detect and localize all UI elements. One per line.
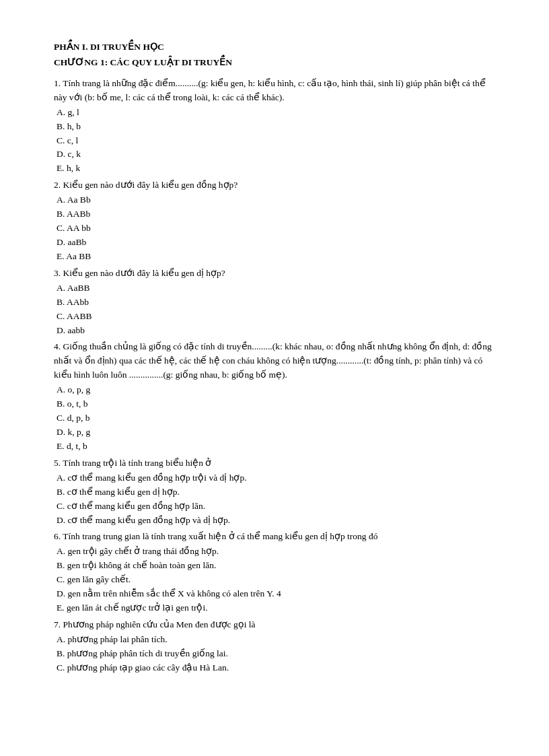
question-text-1: 1. Tính trang là những đặc điểm.........… — [54, 77, 495, 105]
question-text-4: 4. Giống thuần chủng là giống có đặc tín… — [54, 340, 495, 382]
answer-5-0: A. cơ thể mang kiểu gen đồng hợp trội và… — [57, 471, 495, 485]
answer-4-2: C. d, p, b — [57, 411, 495, 425]
answer-4-0: A. o, p, g — [57, 383, 495, 397]
question-7: 7. Phương pháp nghiên cứu của Men đen đư… — [54, 618, 495, 675]
question-2: 2. Kiểu gen nào dưới đây là kiểu gen đồn… — [54, 178, 495, 264]
answer-5-2: C. cơ thể mang kiểu gen đồng hợp lăn. — [57, 500, 495, 514]
question-1: 1. Tính trang là những đặc điểm.........… — [54, 77, 495, 176]
answer-1-3: D. c, k — [57, 147, 495, 162]
question-text-5: 5. Tính trang trội là tính trang biểu hi… — [54, 456, 495, 471]
answer-7-0: A. phương pháp lai phân tích. — [57, 633, 495, 647]
answer-2-0: A. Aa Bb — [57, 193, 495, 207]
question-text-6: 6. Tính trang trung gian là tính trang x… — [54, 530, 495, 544]
answer-2-3: D. aaBb — [57, 236, 495, 250]
answer-2-2: C. AA bb — [57, 221, 495, 236]
answer-3-1: B. AAbb — [57, 296, 495, 310]
answer-4-4: E. d, t, b — [57, 440, 495, 454]
question-6: 6. Tính trang trung gian là tính trang x… — [54, 530, 495, 615]
answer-3-2: C. AABB — [57, 310, 495, 324]
answer-3-3: D. aabb — [57, 324, 495, 338]
answer-2-4: E. Aa BB — [57, 250, 495, 264]
questions-container: 1. Tính trang là những đặc điểm.........… — [54, 77, 495, 675]
answer-6-4: E. gen lăn át chế ngược trở lại gen trội… — [57, 601, 495, 615]
part-title: PHẦN I. DI TRUYỀN HỌC — [54, 40, 495, 55]
answer-1-0: A. g, l — [57, 106, 495, 120]
answer-6-0: A. gen trội gây chết ở trang thái đồng h… — [57, 545, 495, 559]
document-body: PHẦN I. DI TRUYỀN HỌC CHƯƠNG 1: CÁC QUY … — [54, 40, 495, 675]
answer-1-2: C. c, l — [57, 134, 495, 148]
answer-1-4: E. h, k — [57, 162, 495, 176]
answer-4-3: D. k, p, g — [57, 425, 495, 440]
answer-6-3: D. gen nằm trên nhiễm sắc thể X và không… — [57, 587, 495, 601]
answer-7-1: B. phương pháp phân tích di truyền giống… — [57, 647, 495, 661]
answer-5-1: B. cơ thể mang kiểu gen dị hợp. — [57, 485, 495, 500]
answer-6-1: B. gen trội không át chế hoàn toàn gen l… — [57, 559, 495, 573]
answer-2-1: B. AABb — [57, 207, 495, 221]
question-4: 4. Giống thuần chủng là giống có đặc tín… — [54, 340, 495, 453]
answer-1-1: B. h, b — [57, 120, 495, 134]
chapter-title: CHƯƠNG 1: CÁC QUY LUẬT DI TRUYỀN — [54, 56, 495, 70]
question-5: 5. Tính trang trội là tính trang biểu hi… — [54, 456, 495, 528]
answer-5-3: D. cơ thể mang kiểu gen đồng hợp và dị h… — [57, 514, 495, 528]
question-3: 3. Kiểu gen nào dưới đây là kiểu gen dị … — [54, 267, 495, 338]
answer-3-0: A. AaBB — [57, 281, 495, 296]
question-text-2: 2. Kiểu gen nào dưới đây là kiểu gen đồn… — [54, 178, 495, 193]
answer-4-1: B. o, t, b — [57, 397, 495, 411]
answer-6-2: C. gen lăn gây chết. — [57, 573, 495, 587]
question-text-7: 7. Phương pháp nghiên cứu của Men đen đư… — [54, 618, 495, 632]
question-text-3: 3. Kiểu gen nào dưới đây là kiểu gen dị … — [54, 267, 495, 281]
answer-7-2: C. phương pháp tạp giao các cây đậu Hà L… — [57, 661, 495, 675]
